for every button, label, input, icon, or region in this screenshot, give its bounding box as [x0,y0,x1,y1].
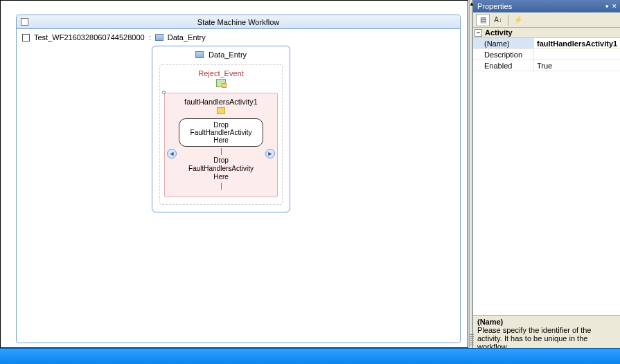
connector-line-icon [221,148,222,155]
description-title: (Name) [477,318,616,326]
breadcrumb: Test_WF2160328060744528000 : Data_Entry [17,29,460,46]
toolbar-separator [508,15,508,26]
splitter-arrow-icon: ▲ [469,1,474,6]
workflow-icon [22,34,30,42]
property-value[interactable] [534,49,620,60]
state-title-text: Data_Entry [209,51,247,59]
properties-title: Properties [477,2,512,10]
property-row-enabled[interactable]: Enabled True [473,60,620,71]
property-row-description[interactable]: Description [473,49,620,60]
panel-menu-button[interactable]: ▾ [605,3,609,10]
event-icon [216,79,226,87]
connector-line-icon [221,183,222,190]
category-label: Activity [485,28,513,37]
properties-grid[interactable]: − Activity (Name) faultHandlersActivity1… [473,28,620,315]
panel-splitter[interactable]: ▲ [469,0,472,348]
categorized-button[interactable]: ▤ [476,14,490,26]
events-button[interactable]: ⚡ [511,14,525,26]
properties-toolbar: ▤ A↓ ⚡ [473,12,620,28]
nav-prev-button[interactable]: ◄ [167,149,177,158]
breadcrumb-workflow[interactable]: Test_WF2160328060744528000 [34,33,145,42]
property-description-pane: (Name) Please specify the identifier of … [473,315,620,348]
drop-faulthandler-target[interactable]: Drop FaultHandlerActivity Here [179,118,263,147]
fault-activity-label: faultHandlersActivity1 [169,98,273,106]
event-title: Reject_Event [164,69,278,78]
drop-faulthandlers-target[interactable]: Drop FaultHandlersActivity Here [188,156,254,181]
selection-anchor-icon [162,91,166,94]
document-header: State Machine Workflow [17,15,460,29]
properties-header[interactable]: Properties ▾ ✕ [473,0,620,12]
state-activity[interactable]: Data_Entry Reject_Event ◄ ► faultHandler… [152,46,290,212]
state-icon [195,51,204,58]
pin-icon[interactable]: ✕ [612,3,617,10]
status-bar [0,348,620,364]
document-title: State Machine Workflow [17,18,460,26]
breadcrumb-separator: : [149,33,151,42]
event-driven-activity[interactable]: Reject_Event ◄ ► faultHandlersActivity1 … [159,64,283,205]
window-icon [21,18,28,26]
breadcrumb-state[interactable]: Data_Entry [168,33,206,42]
property-value[interactable]: faultHandlersActivity1 [534,38,620,48]
properties-panel: Properties ▾ ✕ ▤ A↓ ⚡ − Activity (Name) … [472,0,620,348]
property-row-name[interactable]: (Name) faultHandlersActivity1 [473,38,620,49]
design-surface[interactable]: Data_Entry Reject_Event ◄ ► faultHandler… [17,46,460,338]
category-row[interactable]: − Activity [473,28,620,38]
property-name: (Name) [473,38,534,48]
property-value[interactable]: True [534,60,620,71]
alphabetical-button[interactable]: A↓ [491,14,505,26]
resize-grip-icon [470,334,474,347]
property-name: Description [473,49,534,60]
fault-handlers-activity[interactable]: ◄ ► faultHandlersActivity1 Drop FaultHan… [164,93,278,197]
state-icon [155,34,163,41]
workflow-canvas-area: State Machine Workflow Test_WF2160328060… [0,0,468,348]
fault-icon [217,107,225,114]
workflow-document[interactable]: State Machine Workflow Test_WF2160328060… [16,15,461,343]
state-title: Data_Entry [152,46,290,64]
collapse-toggle-icon[interactable]: − [475,29,482,37]
property-name: Enabled [473,60,534,71]
nav-next-button[interactable]: ► [265,149,275,158]
description-text: Please specify the identifier of the act… [477,326,616,351]
